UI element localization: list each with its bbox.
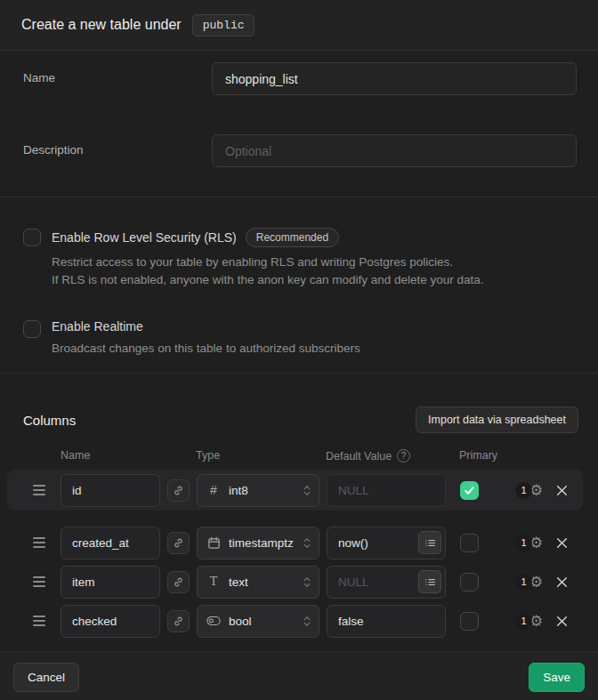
column-type-value: timestamptz	[229, 536, 295, 550]
primary-checkbox[interactable]	[460, 573, 479, 591]
column-type-select[interactable]: timestamptz	[197, 527, 319, 559]
settings-count-badge: 1	[515, 535, 532, 551]
column-name-input[interactable]	[61, 605, 160, 638]
column-type-value: text	[229, 575, 295, 589]
toggle-icon	[206, 616, 221, 626]
column-type-select[interactable]: #int8	[197, 474, 319, 507]
foreign-key-button[interactable]	[167, 479, 190, 502]
cancel-button[interactable]: Cancel	[13, 663, 79, 692]
foreign-key-button[interactable]	[167, 532, 190, 554]
drag-handle-icon[interactable]	[33, 616, 45, 626]
columns-title: Columns	[23, 413, 76, 428]
header-default-label: Default Value	[326, 450, 392, 463]
column-settings: 1⚙	[515, 613, 549, 630]
column-settings: 1⚙	[515, 535, 549, 551]
text-icon: T	[206, 575, 221, 589]
name-label: Name	[23, 62, 212, 84]
settings-count-badge: 1	[515, 482, 532, 499]
column-name-input[interactable]	[61, 566, 160, 599]
settings-count-badge: 1	[515, 613, 532, 630]
link-icon	[173, 616, 184, 627]
default-value-wrap	[327, 605, 446, 638]
close-icon	[555, 484, 569, 497]
header-type: Type	[196, 449, 326, 463]
default-value-input	[327, 474, 446, 507]
suggestion-picker-button[interactable]	[418, 570, 441, 593]
column-type-select[interactable]: bool	[197, 605, 319, 638]
close-icon	[555, 536, 569, 550]
list-icon	[424, 576, 436, 588]
import-spreadsheet-button[interactable]: Import data via spreadsheet	[416, 406, 578, 433]
realtime-option: Enable Realtime Broadcast changes on thi…	[23, 319, 575, 358]
column-name-input[interactable]	[61, 474, 160, 507]
column-row: timestamptz1⚙	[0, 523, 598, 562]
rls-option-body: Enable Row Level Security (RLS) Recommen…	[52, 228, 484, 289]
realtime-option-body: Enable Realtime Broadcast changes on thi…	[52, 319, 360, 358]
drag-handle-icon[interactable]	[33, 576, 45, 587]
remove-column-button[interactable]	[554, 484, 570, 497]
remove-column-button[interactable]	[554, 575, 570, 589]
header-primary: Primary	[459, 449, 497, 463]
help-icon[interactable]: ?	[397, 449, 410, 463]
columns-section: Columns Import data via spreadsheet Name…	[0, 374, 598, 651]
column-row: bool1⚙	[0, 601, 598, 640]
drag-handle-icon[interactable]	[33, 537, 45, 548]
foreign-key-button[interactable]	[167, 571, 190, 593]
column-row: Ttext1⚙	[0, 562, 598, 601]
header-name: Name	[61, 449, 196, 463]
close-icon	[555, 615, 569, 628]
foreign-key-button[interactable]	[167, 610, 190, 632]
columns-grid-header: Name Type Default Value ? Primary	[0, 449, 598, 463]
table-description-input[interactable]	[212, 134, 577, 167]
rls-description: Restrict access to your table by enablin…	[52, 253, 484, 289]
calendar-icon	[206, 536, 221, 550]
remove-column-button[interactable]	[554, 536, 570, 550]
column-type-value: int8	[229, 484, 295, 497]
realtime-checkbox[interactable]	[23, 320, 41, 338]
chevron-updown-icon	[303, 484, 311, 497]
page-title: Create a new table under	[21, 17, 182, 33]
column-settings: 1⚙	[515, 574, 549, 591]
panel-footer: Cancel Save	[0, 651, 598, 700]
primary-checkbox[interactable]	[460, 612, 479, 631]
column-rows: #int81⚙timestamptz1⚙Ttext1⚙bool1⚙	[0, 470, 598, 640]
chevron-updown-icon	[303, 536, 311, 550]
options-section: Enable Row Level Security (RLS) Recommen…	[0, 197, 598, 373]
general-section: Name Description	[0, 51, 598, 197]
rls-description-line2: If RLS is not enabled, anyone with the a…	[52, 271, 484, 289]
rls-checkbox[interactable]	[23, 229, 41, 246]
default-value-wrap	[327, 566, 446, 599]
primary-checkbox[interactable]	[460, 534, 479, 552]
hash-icon: #	[206, 483, 221, 497]
realtime-description: Broadcast changes on this table to autho…	[52, 340, 360, 358]
panel-content: Name Description Enable Row Level Securi…	[0, 51, 598, 651]
close-icon	[555, 575, 569, 589]
table-name-input[interactable]	[212, 62, 577, 95]
list-icon	[424, 537, 436, 549]
realtime-label: Enable Realtime	[52, 319, 143, 334]
create-table-panel: Create a new table under public Name Des…	[0, 0, 598, 700]
link-icon	[173, 537, 184, 549]
rls-option: Enable Row Level Security (RLS) Recommen…	[23, 228, 575, 289]
chevron-updown-icon	[303, 575, 311, 589]
settings-count-badge: 1	[515, 574, 532, 591]
column-name-input[interactable]	[61, 527, 160, 559]
header-default-value: Default Value ?	[326, 449, 459, 463]
column-type-value: bool	[229, 615, 295, 628]
link-icon	[173, 485, 184, 496]
drag-handle-icon[interactable]	[33, 485, 45, 495]
recommended-badge: Recommended	[246, 228, 339, 247]
suggestion-picker-button[interactable]	[418, 531, 441, 554]
description-label: Description	[23, 134, 212, 157]
check-icon	[464, 485, 475, 496]
remove-column-button[interactable]	[554, 615, 570, 628]
primary-checkbox[interactable]	[460, 481, 479, 500]
column-settings: 1⚙	[515, 482, 549, 499]
default-value-wrap	[327, 474, 446, 507]
column-row: #int81⚙	[0, 470, 598, 511]
schema-badge: public	[192, 14, 255, 36]
column-type-select[interactable]: Ttext	[197, 566, 319, 599]
save-button[interactable]: Save	[529, 663, 585, 692]
panel-header: Create a new table under public	[0, 0, 598, 51]
default-value-input[interactable]	[327, 605, 446, 638]
